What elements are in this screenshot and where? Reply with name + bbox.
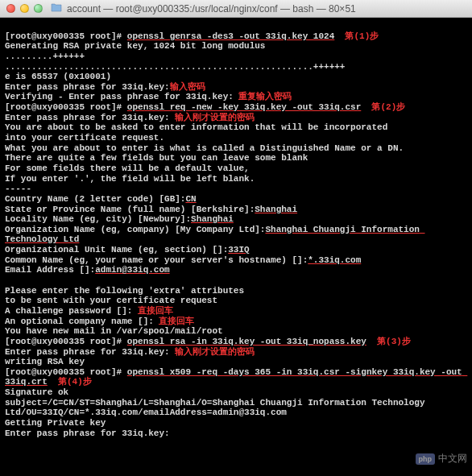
prompt: [root@uxy000335 root]# [5,337,127,346]
ou-value: 33IQ [228,245,249,255]
minimize-icon[interactable] [20,4,29,13]
field-label: Common Name (eg, your name or your serve… [5,255,308,265]
output-line: into your certificate request. [5,133,164,143]
output-line: e is 65537 (0x10001) [5,72,111,81]
close-icon[interactable] [6,4,15,13]
prompt: [root@uxy000335 root]# [5,102,127,112]
note-repeat-password: 重复输入密码 [238,92,292,101]
passphrase-prompt: Enter pass phrase for 33iq.key: [5,82,170,92]
field-label: Organizational Unit Name (eg, section) [… [5,245,228,255]
folder-icon [51,2,62,14]
output-line: subject=/C=CN/ST=Shanghai/L=Shanghai/O=S… [5,398,430,418]
output-line: Generating RSA private key, 1024 bit lon… [5,41,265,51]
note-enter-set-password-2: 输入刚才设置的密码 [175,347,255,357]
field-label: Email Address []: [5,265,95,275]
field-label: Organization Name (eg, company) [My Comp… [5,225,265,234]
zoom-icon[interactable] [34,4,43,13]
common-value: *.33iq.com [308,255,361,265]
command-3: openssl rsa -in 33iq.key -out 33iq_nopas… [127,337,366,346]
passphrase-prompt: Enter pass phrase for 33iq.key: [5,428,170,438]
verify-prompt: Verifying - Enter pass phrase for 33iq.k… [5,92,238,101]
command-2: openssl req -new -key 33iq.key -out 33iq… [127,102,361,112]
step-3-note: 第(3)步 [377,337,411,346]
window-title: account — root@uxy000335:/usr/local/ngin… [67,3,356,14]
field-label: Locality Name (eg, city) [Newbury]: [5,214,191,224]
command-1: openssl genrsa -des3 -out 33iq.key 1024 [127,31,334,41]
step-1-note: 第(1)步 [345,31,379,41]
field-label: State or Province Name (full name) [Berk… [5,205,255,214]
state-value: Shanghai [255,205,297,214]
output-line: Please enter the following 'extra' attri… [5,286,244,296]
watermark-text: 中文网 [438,453,467,465]
output-line: If you enter '.', the field will be left… [5,174,255,184]
note-enter: 直接回车 [138,306,173,316]
output-line: There are quite a few fields but you can… [5,153,308,163]
company-prompt: An optional company name []: [5,317,159,326]
window-controls [6,4,43,13]
challenge-prompt: A challenge password []: [5,306,138,316]
note-enter-set-password: 输入刚才设置的密码 [175,113,255,122]
output-line: For some fields there will be a default … [5,163,250,173]
passphrase-prompt: Enter pass phrase for 33iq.key: [5,113,175,122]
passphrase-prompt: Enter pass phrase for 33iq.key: [5,347,175,357]
output-line: to be sent with your certificate request [5,296,217,305]
email-value: admin@33iq.com [95,265,169,275]
output-line: You have new mail in /var/spool/mail/roo… [5,326,223,336]
output-line: .........++++++ [5,52,85,61]
field-label: Country Name (2 letter code) [GB]: [5,194,185,204]
output-line: ........................................… [5,62,345,72]
titlebar: account — root@uxy000335:/usr/local/ngin… [0,0,472,18]
terminal-body[interactable]: [root@uxy000335 root]# openssl genrsa -d… [0,18,472,476]
note-input-password: 输入密码 [170,82,205,92]
php-badge: php [416,453,436,465]
prompt: [root@uxy000335 root]# [5,367,127,377]
watermark: php 中文网 [416,453,468,465]
output-line: Signature ok [5,387,68,397]
output-line: writing RSA key [5,357,85,366]
output-line: ----- [5,184,31,193]
step-4-note: 第(4)步 [58,377,92,387]
output-line: You are about to be asked to enter infor… [5,122,387,132]
country-value: CN [185,194,196,204]
locality-value: Shanghai [191,214,234,224]
output-line: Getting Private key [5,418,106,428]
note-enter-2: 直接回车 [159,317,194,326]
step-2-note: 第(2)步 [371,102,405,112]
prompt: [root@uxy000335 root]# [5,31,127,41]
output-line: What you are about to enter is what is c… [5,143,404,153]
terminal-window: account — root@uxy000335:/usr/local/ngin… [0,0,472,476]
